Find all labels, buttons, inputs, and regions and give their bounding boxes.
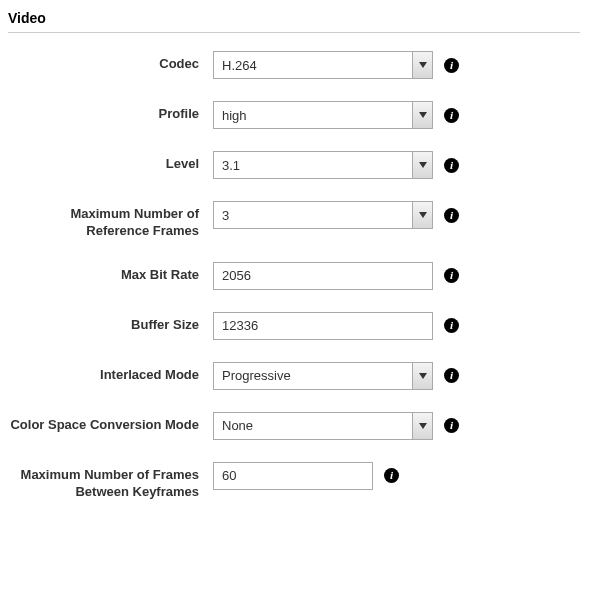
chevron-down-icon	[412, 202, 432, 228]
chevron-down-icon	[412, 52, 432, 78]
codec-value: H.264	[214, 58, 412, 73]
info-icon[interactable]: i	[443, 57, 459, 73]
buffer-size-input[interactable]	[213, 312, 433, 340]
chevron-down-icon	[412, 413, 432, 439]
color-space-mode-value: None	[214, 418, 412, 433]
profile-value: high	[214, 108, 412, 123]
interlaced-mode-label: Interlaced Mode	[8, 362, 213, 384]
section-title: Video	[8, 10, 580, 33]
interlaced-mode-value: Progressive	[214, 368, 412, 383]
max-ref-frames-value: 3	[214, 208, 412, 223]
info-icon[interactable]: i	[443, 268, 459, 284]
info-icon[interactable]: i	[443, 107, 459, 123]
chevron-down-icon	[412, 102, 432, 128]
info-icon[interactable]: i	[443, 368, 459, 384]
codec-select[interactable]: H.264	[213, 51, 433, 79]
max-bit-rate-input[interactable]	[213, 262, 433, 290]
profile-label: Profile	[8, 101, 213, 123]
chevron-down-icon	[412, 363, 432, 389]
max-frames-between-keyframes-input[interactable]	[213, 462, 373, 490]
info-icon[interactable]: i	[443, 418, 459, 434]
info-icon[interactable]: i	[443, 157, 459, 173]
info-icon[interactable]: i	[443, 207, 459, 223]
interlaced-mode-select[interactable]: Progressive	[213, 362, 433, 390]
max-ref-frames-select[interactable]: 3	[213, 201, 433, 229]
codec-label: Codec	[8, 51, 213, 73]
info-icon[interactable]: i	[443, 318, 459, 334]
level-label: Level	[8, 151, 213, 173]
max-bit-rate-label: Max Bit Rate	[8, 262, 213, 284]
chevron-down-icon	[412, 152, 432, 178]
max-ref-frames-label: Maximum Number of Reference Frames	[8, 201, 213, 240]
max-frames-between-keyframes-label: Maximum Number of Frames Between Keyfram…	[8, 462, 213, 501]
info-icon[interactable]: i	[383, 468, 399, 484]
level-select[interactable]: 3.1	[213, 151, 433, 179]
profile-select[interactable]: high	[213, 101, 433, 129]
buffer-size-label: Buffer Size	[8, 312, 213, 334]
color-space-mode-select[interactable]: None	[213, 412, 433, 440]
color-space-mode-label: Color Space Conversion Mode	[8, 412, 213, 434]
level-value: 3.1	[214, 158, 412, 173]
